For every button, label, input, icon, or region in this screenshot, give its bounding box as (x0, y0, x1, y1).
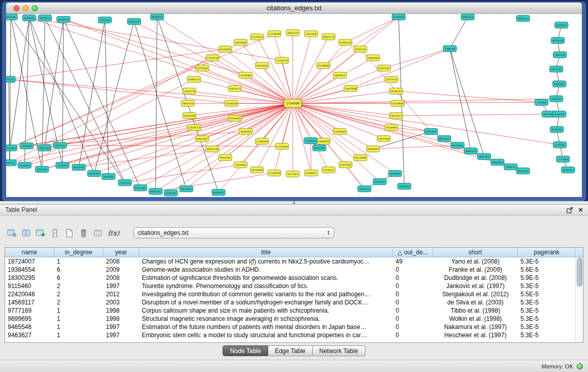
network-node[interactable]: 16162581 (255, 62, 269, 69)
network-node[interactable]: 1130245 (6, 160, 16, 166)
network-node[interactable]: 9245012 (561, 167, 575, 173)
network-node[interactable]: 9175342 (286, 171, 299, 177)
network-node[interactable]: 12077343 (339, 162, 352, 168)
network-node[interactable]: 7625434 (234, 162, 247, 168)
network-node[interactable]: 12436104 (225, 100, 238, 106)
network-node[interactable]: 15474093 (195, 65, 209, 71)
tab-edge-table[interactable]: Edge Table (268, 345, 313, 356)
zoom-window-button[interactable] (32, 5, 38, 11)
network-node[interactable]: 9461053 (464, 148, 477, 154)
column-header-title[interactable]: title (139, 248, 393, 257)
network-node[interactable]: 6891053 (438, 136, 451, 142)
network-node[interactable]: 10973483 (234, 39, 247, 46)
column-header-name[interactable]: name (5, 248, 54, 257)
network-node[interactable]: 3105145 (53, 142, 67, 148)
network-node[interactable]: 12213973 (250, 34, 264, 40)
column-header-in_degree[interactable]: in_degree (54, 248, 103, 257)
network-node[interactable]: 12162046 (275, 143, 289, 149)
network-node[interactable]: 1514545 (304, 138, 317, 144)
network-node[interactable]: 9634509 (239, 128, 252, 135)
table-scrollbar[interactable] (575, 257, 583, 342)
network-node[interactable]: 1415105 (550, 66, 563, 72)
network-node[interactable]: 2105105 (118, 180, 132, 186)
network-node[interactable]: 8095413 (333, 72, 346, 78)
network-node[interactable]: 9973145 (219, 155, 232, 161)
new-table-icon[interactable] (62, 226, 76, 239)
network-node[interactable]: 7615034 (180, 186, 193, 192)
network-node[interactable]: 17285446 (255, 138, 269, 144)
network-node[interactable]: 1771054 (556, 156, 570, 162)
table-row[interactable]: 1456911722003Disruption of a novel membe… (5, 298, 583, 307)
table-row[interactable]: 1938455462009Genome-wide association stu… (5, 266, 583, 274)
network-node[interactable]: 12925713 (187, 124, 201, 130)
table-row[interactable]: 977716911998Corpus callosum shape and si… (5, 307, 583, 315)
network-node[interactable]: 1845093 (553, 81, 566, 87)
network-node[interactable]: 15845093 (317, 138, 330, 144)
delete-rows-icon[interactable] (91, 226, 105, 239)
network-node[interactable]: 2563105 (127, 18, 141, 25)
network-node[interactable]: 9550714 (354, 46, 367, 52)
network-canvas[interactable]: 1724096181230495632741125404912213973109… (6, 14, 582, 197)
network-node[interactable]: 6105205 (88, 170, 101, 177)
network-node[interactable]: 16081273 (187, 76, 201, 82)
network-node[interactable]: 13210646 (391, 100, 404, 106)
network-node[interactable]: 1094152 (504, 164, 517, 170)
network-node[interactable]: 10091748 (206, 146, 219, 152)
network-node[interactable]: 16210049 (250, 167, 264, 173)
network-node[interactable]: 1054105 (553, 111, 566, 117)
network-node[interactable]: 9862554 (181, 100, 194, 106)
table-row[interactable]: 946554611997Estimation of the future num… (5, 323, 583, 331)
network-graph[interactable]: 1724096181230495632741125404912213973109… (6, 14, 580, 197)
network-node[interactable]: 1053107 (550, 96, 563, 102)
network-node[interactable]: 8105462 (388, 170, 402, 177)
function-builder-icon[interactable]: f(x) (105, 226, 122, 239)
network-node[interactable]: 15541493 (228, 115, 242, 121)
network-node[interactable]: 8180434 (150, 14, 164, 20)
network-node[interactable]: 9154469 (385, 124, 398, 130)
network-node[interactable]: 9563274 (286, 30, 299, 36)
network-node[interactable]: 14850983 (366, 55, 380, 61)
column-header-year[interactable]: year (103, 248, 139, 257)
network-node[interactable]: 6105493 (373, 179, 386, 185)
table-row[interactable]: 2242004622012Investigating the contribut… (5, 290, 583, 298)
memory-status-indicator[interactable] (577, 363, 583, 369)
network-node[interactable]: 4105921 (212, 189, 225, 195)
table-row[interactable]: 1830029562008Estimation of significance … (5, 274, 583, 282)
column-header-pagerank[interactable]: pagerank (518, 248, 576, 257)
network-node[interactable]: 1948794 (443, 46, 456, 52)
float-panel-icon[interactable] (567, 207, 573, 213)
table-row[interactable]: 969969511998Structural magnetic resonanc… (5, 315, 583, 323)
network-node[interactable]: 11439943 (333, 128, 346, 135)
network-window-titlebar[interactable]: citations_edges.txt (6, 3, 582, 14)
network-node[interactable]: 10874213 (228, 85, 242, 92)
network-node[interactable]: 2074513 (6, 76, 15, 82)
network-node[interactable]: 10746046 (317, 62, 330, 69)
network-node[interactable]: 14957904 (377, 136, 390, 142)
network-node[interactable]: 18095497 (366, 146, 380, 152)
network-node[interactable]: 8791904 (451, 142, 464, 148)
network-node[interactable]: 9051375 (38, 145, 51, 151)
network-node[interactable]: 2520650 (6, 145, 17, 151)
network-node[interactable]: 5901356 (35, 166, 49, 172)
network-node[interactable]: 1592530 (20, 143, 33, 149)
network-node[interactable]: 115938 (535, 99, 548, 105)
network-node[interactable]: 9135105 (313, 145, 326, 151)
network-node[interactable]: 8941036 (491, 159, 504, 165)
network-node[interactable]: 11254049 (268, 31, 281, 37)
network-node[interactable]: 1724096 (284, 99, 301, 107)
network-node[interactable]: 3105205 (164, 190, 178, 196)
delete-table-icon[interactable] (76, 226, 91, 239)
network-node[interactable]: 1210345 (553, 142, 567, 148)
column-icon[interactable] (48, 226, 62, 239)
network-node[interactable]: 8791934 (424, 128, 438, 135)
network-node[interactable]: 9150462 (555, 22, 568, 28)
network-node[interactable]: 2060550 (23, 15, 36, 21)
network-node[interactable]: 8274134 (551, 37, 564, 43)
network-node[interactable]: 16021437 (195, 136, 209, 142)
network-node[interactable]: 15583214 (339, 39, 352, 46)
network-node[interactable]: 10575049 (354, 155, 367, 161)
network-node[interactable]: 7513205 (56, 162, 69, 168)
column-header-out_de[interactable]: △ out_de... (393, 248, 433, 257)
tab-network-table[interactable]: Network Table (313, 345, 365, 356)
table-selector-dropdown[interactable]: citations_edges.txt ▲▼ (134, 227, 334, 238)
